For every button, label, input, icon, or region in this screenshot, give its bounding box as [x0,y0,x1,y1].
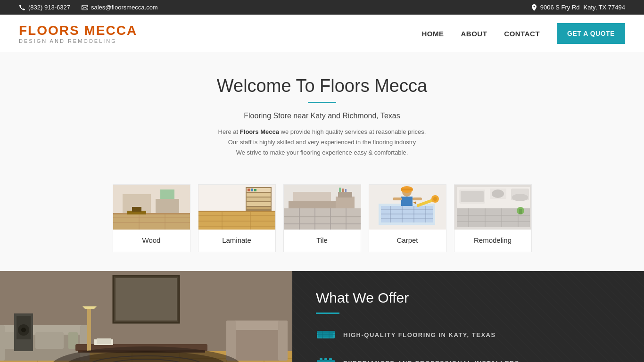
svg-rect-107 [97,338,111,344]
svg-rect-19 [247,197,271,201]
card-carpet[interactable]: Carpet [369,184,446,252]
svg-rect-5 [160,189,174,199]
svg-rect-82 [519,209,522,214]
card-remodeling[interactable]: Remodeling [454,184,532,252]
offer-divider [316,313,339,314]
navigation: HOME ABOUT CONTACT GET A QUOTE [422,23,625,44]
hero-divider [308,102,336,103]
card-carpet-label: Carpet [369,230,446,252]
svg-rect-22 [248,189,250,191]
svg-rect-21 [247,207,271,209]
top-bar: (832) 913-6327 sales@floorsmecca.com 900… [0,0,644,15]
card-laminate-label: Laminate [198,230,275,252]
logo-sub: Design and Remodeling [19,38,137,44]
email-icon [82,4,88,11]
svg-rect-132 [324,358,327,360]
svg-rect-24 [254,189,256,191]
flooring-icon [316,327,336,342]
address: 9006 S Fry Rd [540,4,580,11]
email-contact[interactable]: sales@floorsmecca.com [82,4,158,11]
svg-rect-63 [413,197,422,200]
svg-rect-31 [284,208,361,230]
logo-main: FLOORS MECCA [19,23,137,38]
hero-body-intro: Here at [218,128,239,135]
bottom-split-section: What We Offer High-Quality Flooring In K… [0,271,644,362]
get-quote-button[interactable]: GET A QUOTE [557,23,625,44]
hero-body-line3: We strive to make your flooring experien… [236,149,408,156]
hero-body: Here at Floors Mecca we provide high qua… [181,127,463,158]
hero-subtitle: Flooring Store near Katy and Richmond, T… [19,112,625,120]
nav-about[interactable]: ABOUT [461,30,487,38]
hero-title: Welcome To Floors Mecca [19,76,625,96]
svg-rect-4 [156,199,179,213]
svg-rect-43 [342,189,344,192]
svg-rect-20 [247,202,271,206]
svg-rect-133 [329,358,332,360]
card-wood[interactable]: Wood [113,184,190,252]
hero-body-line2: Our staff is highly skilled and very exp… [228,139,416,146]
svg-rect-7 [132,207,141,212]
svg-rect-62 [393,197,402,200]
offer-title: What We Offer [316,290,620,306]
living-room-image [0,271,292,362]
card-remodeling-image [454,185,532,230]
hero-body-mid: we provide high quality services at reas… [281,128,426,135]
offer-item-1-text: High-Quality Flooring In Katy, Texas [343,331,496,338]
card-wood-label: Wood [113,230,190,252]
offer-item-2: Experianced And Professional Installers [316,355,620,362]
nav-home[interactable]: HOME [422,30,444,38]
top-bar-right: 9006 S Fry Rd Katy, TX 77494 [532,4,625,11]
svg-point-73 [512,194,528,201]
offer-section: What We Offer High-Quality Flooring In K… [292,271,644,362]
card-wood-image [113,185,190,230]
card-remodeling-label: Remodeling [454,230,531,252]
svg-rect-61 [401,197,413,206]
svg-rect-131 [320,358,322,360]
svg-rect-102 [35,332,64,349]
svg-rect-129 [317,360,335,362]
svg-rect-2 [113,213,190,214]
service-cards: Wood [0,184,644,271]
card-tile[interactable]: Tile [283,184,361,252]
top-bar-left: (832) 913-6327 sales@floorsmecca.com [19,4,158,11]
svg-rect-18 [247,193,271,197]
email-address: sales@floorsmecca.com [91,4,158,11]
offer-item-1: High-Quality Flooring In Katy, Texas [316,327,620,342]
phone-number: (832) 913-6327 [28,4,70,11]
card-laminate-image [198,185,276,230]
svg-rect-96 [116,278,177,321]
svg-rect-60 [401,189,413,190]
svg-rect-39 [289,201,336,208]
hero-brand-name: Floors Mecca [240,128,279,135]
svg-rect-69 [461,191,484,202]
svg-rect-44 [345,189,347,192]
city: Katy, TX 77494 [584,4,625,11]
svg-rect-48 [381,206,433,222]
header: FLOORS MECCA Design and Remodeling HOME … [0,15,644,52]
card-tile-label: Tile [284,230,361,252]
svg-rect-117 [278,321,288,361]
card-tile-image [284,185,361,230]
svg-marker-113 [83,306,97,309]
card-laminate[interactable]: Laminate [198,184,276,252]
svg-rect-23 [251,189,253,191]
svg-rect-41 [338,192,352,197]
svg-rect-123 [317,331,335,333]
svg-point-71 [492,189,504,198]
svg-rect-124 [318,333,333,337]
logo: FLOORS MECCA Design and Remodeling [19,23,137,44]
phone-icon [19,4,25,11]
location-icon [532,4,537,11]
svg-rect-116 [226,321,236,361]
svg-rect-40 [336,197,355,208]
svg-point-111 [21,328,26,332]
card-carpet-image [369,185,446,230]
svg-rect-112 [87,309,91,351]
phone-contact[interactable]: (832) 913-6327 [19,4,70,11]
hero-section: Welcome To Floors Mecca Flooring Store n… [0,52,644,184]
nav-contact[interactable]: CONTACT [504,30,540,38]
svg-rect-1 [113,213,190,230]
svg-rect-42 [339,188,341,192]
svg-point-65 [433,197,437,201]
svg-rect-14 [198,211,276,212]
